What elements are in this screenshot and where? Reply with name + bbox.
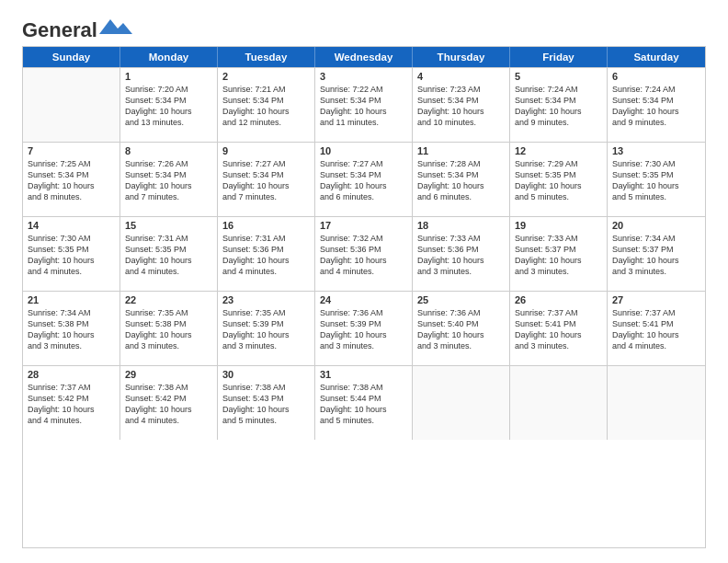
day-number: 17 <box>320 220 407 231</box>
week-row-3: 14Sunrise: 7:30 AM Sunset: 5:35 PM Dayli… <box>23 216 705 291</box>
cell-text: Sunrise: 7:37 AM Sunset: 5:41 PM Dayligh… <box>612 307 700 352</box>
cell-text: Sunrise: 7:27 AM Sunset: 5:34 PM Dayligh… <box>320 158 407 203</box>
cell-text: Sunrise: 7:20 AM Sunset: 5:34 PM Dayligh… <box>125 84 212 129</box>
header-day-tuesday: Tuesday <box>218 47 315 67</box>
cal-cell <box>23 68 120 142</box>
day-number: 3 <box>320 71 407 82</box>
cal-cell: 6Sunrise: 7:24 AM Sunset: 5:34 PM Daylig… <box>608 68 705 142</box>
cal-cell: 16Sunrise: 7:31 AM Sunset: 5:36 PM Dayli… <box>218 217 315 291</box>
cal-cell <box>510 366 608 440</box>
day-number: 16 <box>222 220 310 231</box>
cell-text: Sunrise: 7:38 AM Sunset: 5:42 PM Dayligh… <box>125 382 212 427</box>
logo-text: General <box>22 18 97 42</box>
cal-cell: 9Sunrise: 7:27 AM Sunset: 5:34 PM Daylig… <box>218 143 315 216</box>
day-number: 18 <box>417 220 505 231</box>
cal-cell: 18Sunrise: 7:33 AM Sunset: 5:36 PM Dayli… <box>413 217 510 291</box>
cal-cell: 7Sunrise: 7:25 AM Sunset: 5:34 PM Daylig… <box>23 143 120 216</box>
day-number: 31 <box>320 369 407 380</box>
cal-cell: 3Sunrise: 7:22 AM Sunset: 5:34 PM Daylig… <box>315 68 413 142</box>
cell-text: Sunrise: 7:38 AM Sunset: 5:44 PM Dayligh… <box>320 382 407 427</box>
cell-text: Sunrise: 7:33 AM Sunset: 5:36 PM Dayligh… <box>417 233 505 278</box>
cal-cell: 20Sunrise: 7:34 AM Sunset: 5:37 PM Dayli… <box>608 217 705 291</box>
svg-marker-0 <box>99 19 132 34</box>
day-number: 27 <box>612 294 700 305</box>
day-number: 13 <box>612 145 700 156</box>
day-number: 2 <box>222 71 310 82</box>
calendar: SundayMondayTuesdayWednesdayThursdayFrid… <box>22 46 706 548</box>
day-number: 12 <box>515 145 602 156</box>
cell-text: Sunrise: 7:37 AM Sunset: 5:41 PM Dayligh… <box>515 307 602 352</box>
cell-text: Sunrise: 7:24 AM Sunset: 5:34 PM Dayligh… <box>612 84 700 129</box>
week-row-5: 28Sunrise: 7:37 AM Sunset: 5:42 PM Dayli… <box>23 365 705 440</box>
cal-cell: 15Sunrise: 7:31 AM Sunset: 5:35 PM Dayli… <box>120 217 218 291</box>
day-number: 14 <box>28 220 115 231</box>
calendar-body: 1Sunrise: 7:20 AM Sunset: 5:34 PM Daylig… <box>23 67 705 440</box>
header-day-friday: Friday <box>510 47 608 67</box>
cal-cell: 5Sunrise: 7:24 AM Sunset: 5:34 PM Daylig… <box>510 68 608 142</box>
calendar-header: SundayMondayTuesdayWednesdayThursdayFrid… <box>23 47 705 67</box>
day-number: 10 <box>320 145 407 156</box>
cal-cell: 19Sunrise: 7:33 AM Sunset: 5:37 PM Dayli… <box>510 217 608 291</box>
header-day-saturday: Saturday <box>608 47 705 67</box>
day-number: 6 <box>612 71 700 82</box>
day-number: 29 <box>125 369 212 380</box>
day-number: 9 <box>222 145 310 156</box>
day-number: 15 <box>125 220 212 231</box>
cal-cell <box>608 366 705 440</box>
cell-text: Sunrise: 7:30 AM Sunset: 5:35 PM Dayligh… <box>612 158 700 203</box>
cell-text: Sunrise: 7:31 AM Sunset: 5:36 PM Dayligh… <box>222 233 310 278</box>
cell-text: Sunrise: 7:32 AM Sunset: 5:36 PM Dayligh… <box>320 233 407 278</box>
day-number: 19 <box>515 220 602 231</box>
week-row-2: 7Sunrise: 7:25 AM Sunset: 5:34 PM Daylig… <box>23 142 705 216</box>
cal-cell: 27Sunrise: 7:37 AM Sunset: 5:41 PM Dayli… <box>608 292 705 365</box>
cell-text: Sunrise: 7:33 AM Sunset: 5:37 PM Dayligh… <box>515 233 602 278</box>
cal-cell: 11Sunrise: 7:28 AM Sunset: 5:34 PM Dayli… <box>413 143 510 216</box>
cell-text: Sunrise: 7:27 AM Sunset: 5:34 PM Dayligh… <box>222 158 310 203</box>
day-number: 24 <box>320 294 407 305</box>
cell-text: Sunrise: 7:22 AM Sunset: 5:34 PM Dayligh… <box>320 84 407 129</box>
cell-text: Sunrise: 7:37 AM Sunset: 5:42 PM Dayligh… <box>28 382 115 427</box>
cell-text: Sunrise: 7:24 AM Sunset: 5:34 PM Dayligh… <box>515 84 602 129</box>
day-number: 1 <box>125 71 212 82</box>
day-number: 21 <box>28 294 115 305</box>
day-number: 28 <box>28 369 115 380</box>
cal-cell: 23Sunrise: 7:35 AM Sunset: 5:39 PM Dayli… <box>218 292 315 365</box>
cal-cell: 4Sunrise: 7:23 AM Sunset: 5:34 PM Daylig… <box>413 68 510 142</box>
cal-cell: 29Sunrise: 7:38 AM Sunset: 5:42 PM Dayli… <box>120 366 218 440</box>
cal-cell <box>413 366 510 440</box>
logo-icon <box>99 17 132 38</box>
day-number: 22 <box>125 294 212 305</box>
cal-cell: 28Sunrise: 7:37 AM Sunset: 5:42 PM Dayli… <box>23 366 120 440</box>
page: General SundayMondayTuesdayWednesdayThur… <box>0 0 728 563</box>
week-row-1: 1Sunrise: 7:20 AM Sunset: 5:34 PM Daylig… <box>23 67 705 142</box>
cell-text: Sunrise: 7:21 AM Sunset: 5:34 PM Dayligh… <box>222 84 310 129</box>
cal-cell: 8Sunrise: 7:26 AM Sunset: 5:34 PM Daylig… <box>120 143 218 216</box>
cell-text: Sunrise: 7:25 AM Sunset: 5:34 PM Dayligh… <box>28 158 115 203</box>
cell-text: Sunrise: 7:38 AM Sunset: 5:43 PM Dayligh… <box>222 382 310 427</box>
cell-text: Sunrise: 7:35 AM Sunset: 5:38 PM Dayligh… <box>125 307 212 352</box>
cal-cell: 22Sunrise: 7:35 AM Sunset: 5:38 PM Dayli… <box>120 292 218 365</box>
cell-text: Sunrise: 7:35 AM Sunset: 5:39 PM Dayligh… <box>222 307 310 352</box>
header-day-thursday: Thursday <box>413 47 510 67</box>
day-number: 23 <box>222 294 310 305</box>
day-number: 5 <box>515 71 602 82</box>
day-number: 8 <box>125 145 212 156</box>
day-number: 26 <box>515 294 602 305</box>
cal-cell: 24Sunrise: 7:36 AM Sunset: 5:39 PM Dayli… <box>315 292 413 365</box>
day-number: 11 <box>417 145 505 156</box>
header-day-monday: Monday <box>120 47 218 67</box>
cell-text: Sunrise: 7:23 AM Sunset: 5:34 PM Dayligh… <box>417 84 505 129</box>
header-day-sunday: Sunday <box>23 47 120 67</box>
day-number: 7 <box>28 145 115 156</box>
day-number: 30 <box>222 369 310 380</box>
cell-text: Sunrise: 7:30 AM Sunset: 5:35 PM Dayligh… <box>28 233 115 278</box>
cal-cell: 2Sunrise: 7:21 AM Sunset: 5:34 PM Daylig… <box>218 68 315 142</box>
cell-text: Sunrise: 7:26 AM Sunset: 5:34 PM Dayligh… <box>125 158 212 203</box>
cal-cell: 14Sunrise: 7:30 AM Sunset: 5:35 PM Dayli… <box>23 217 120 291</box>
header-day-wednesday: Wednesday <box>315 47 413 67</box>
cal-cell: 26Sunrise: 7:37 AM Sunset: 5:41 PM Dayli… <box>510 292 608 365</box>
cell-text: Sunrise: 7:36 AM Sunset: 5:40 PM Dayligh… <box>417 307 505 352</box>
cell-text: Sunrise: 7:34 AM Sunset: 5:38 PM Dayligh… <box>28 307 115 352</box>
cal-cell: 30Sunrise: 7:38 AM Sunset: 5:43 PM Dayli… <box>218 366 315 440</box>
cal-cell: 13Sunrise: 7:30 AM Sunset: 5:35 PM Dayli… <box>608 143 705 216</box>
